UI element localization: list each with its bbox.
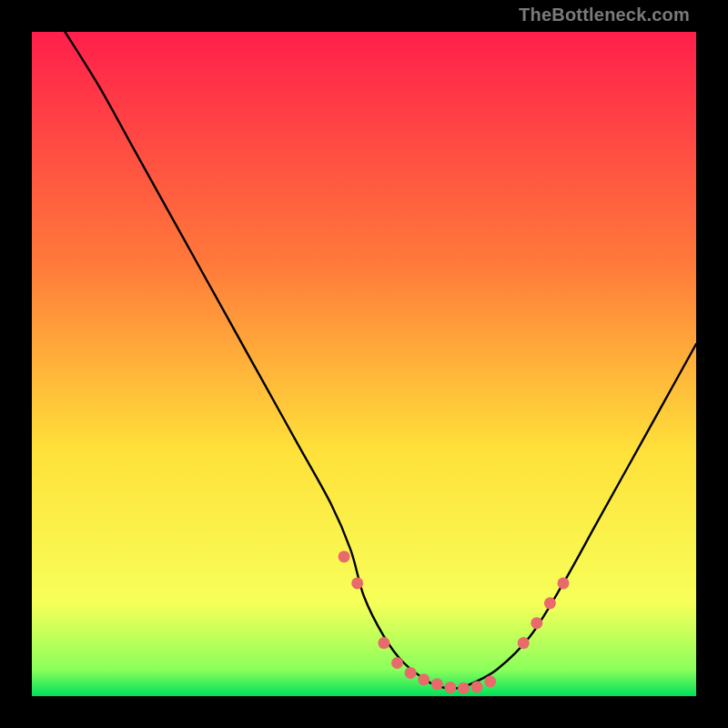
curve-marker	[431, 678, 443, 690]
curve-marker	[471, 681, 483, 693]
curve-marker	[391, 657, 403, 669]
curve-marker	[484, 675, 496, 687]
curve-marker	[531, 617, 542, 629]
chart-svg	[32, 32, 696, 696]
curve-marker	[518, 637, 530, 649]
watermark-text: TheBottleneck.com	[519, 5, 690, 25]
curve-marker	[444, 682, 456, 693]
curve-marker	[405, 667, 417, 679]
curve-marker	[351, 577, 363, 589]
curve-marker	[339, 551, 350, 562]
chart-frame	[32, 32, 696, 696]
curve-marker	[378, 637, 389, 649]
curve-marker	[558, 577, 570, 589]
curve-marker	[458, 682, 470, 694]
curve-marker	[418, 673, 430, 685]
curve-marker	[544, 597, 556, 609]
